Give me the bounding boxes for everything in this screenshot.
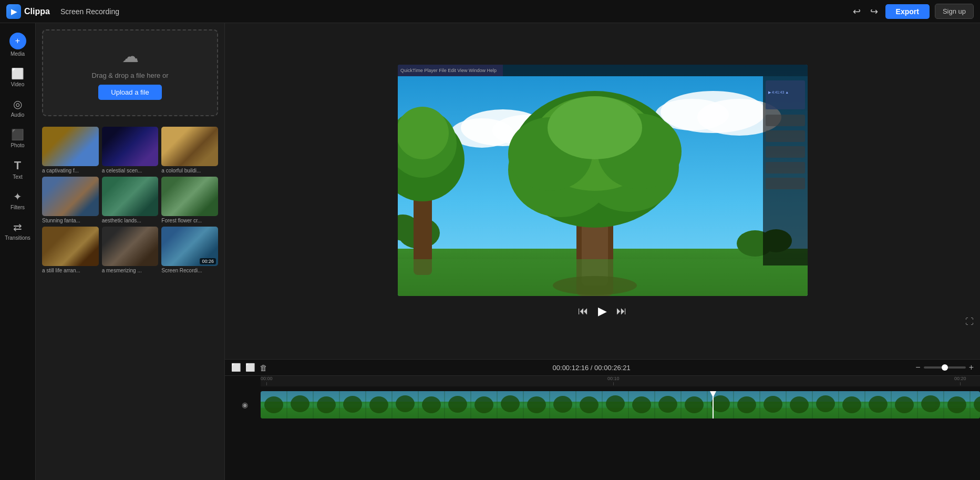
svg-point-56 [606, 395, 625, 412]
upload-cloud-icon: ☁ [122, 46, 139, 66]
export-button[interactable]: Export [885, 4, 930, 19]
svg-point-59 [685, 396, 704, 413]
timeline-copy-button[interactable]: ⬜ [245, 363, 255, 372]
svg-point-58 [658, 396, 677, 413]
preview-canvas: QuickTime Player File Edit View Window H… [398, 65, 808, 296]
sidebar-item-audio[interactable]: ◎ Audio [3, 94, 33, 122]
svg-point-46 [343, 396, 362, 413]
svg-rect-37 [766, 146, 805, 158]
logo-area: ▶ Clippa [6, 4, 50, 19]
timeline-track: ◉ [225, 386, 980, 423]
svg-rect-33 [766, 80, 805, 109]
list-item[interactable]: Stunning fanta... [42, 177, 99, 223]
svg-text:QuickTime Player  File  Edit  : QuickTime Player File Edit View Window H… [400, 68, 497, 73]
skip-forward-button[interactable]: ⏭ [616, 305, 627, 317]
sidebar-item-media-label: Media [11, 51, 25, 57]
timeline-delete-button[interactable]: 🗑 [260, 363, 267, 372]
svg-point-57 [632, 396, 651, 413]
timeline-zoom-controls: − + [915, 363, 974, 372]
svg-point-49 [422, 396, 441, 413]
undo-button[interactable]: ↩ [851, 4, 863, 19]
media-plus-icon: + [9, 33, 26, 49]
filters-icon: ✦ [13, 190, 22, 203]
sidebar-item-video[interactable]: ⬜ Video [3, 63, 33, 91]
sidebar-item-filters[interactable]: ✦ Filters [3, 186, 33, 215]
media-item-label: a captivating f... [42, 168, 99, 173]
top-bar: ▶ Clippa Screen Recording ↩ ↪ Export Sig… [0, 0, 980, 23]
media-item-label: a colorful buildi... [161, 168, 218, 173]
sidebar-item-transitions[interactable]: ⇄ Transitions [3, 217, 33, 245]
svg-text:▶ 4:41:43 ▲: ▶ 4:41:43 ▲ [768, 90, 789, 94]
list-item[interactable]: a celestial scen... [102, 127, 159, 173]
svg-point-69 [947, 396, 966, 413]
list-item[interactable]: a still life arran... [42, 227, 99, 273]
timeline-split-button[interactable]: ⬜ [231, 363, 241, 372]
svg-point-44 [291, 395, 310, 412]
svg-point-68 [921, 395, 940, 412]
svg-point-67 [895, 396, 914, 413]
media-panel: ☁ Drag & drop a file here or Upload a fi… [36, 23, 225, 480]
redo-button[interactable]: ↪ [868, 4, 880, 19]
track-eye-icon[interactable]: ◉ [242, 401, 248, 409]
signup-button[interactable]: Sign up [935, 4, 974, 19]
list-item[interactable]: a colorful buildi... [161, 127, 218, 173]
sidebar-item-text-label: Text [13, 174, 22, 180]
sidebar-item-photo[interactable]: ⬛ Photo [3, 124, 33, 152]
media-thumbnail [42, 177, 99, 216]
svg-rect-28 [398, 259, 808, 296]
sidebar-item-text[interactable]: T Text [3, 155, 33, 184]
timeline-tools: ⬜ ⬜ 🗑 [231, 363, 267, 372]
play-button[interactable]: ▶ [598, 304, 607, 318]
media-thumbnail [102, 177, 159, 216]
media-thumbnail [161, 127, 218, 166]
media-thumbnail [102, 227, 159, 266]
svg-point-50 [448, 396, 467, 413]
sidebar-item-video-label: Video [11, 81, 24, 87]
text-icon: T [14, 159, 21, 172]
icon-sidebar: + Media ⬜ Video ◎ Audio ⬛ Photo T Text ✦… [0, 23, 36, 480]
list-item[interactable]: a mesmerizing ... [102, 227, 159, 273]
svg-rect-35 [766, 115, 805, 126]
svg-point-52 [501, 395, 520, 412]
svg-point-27 [398, 107, 449, 159]
zoom-in-button[interactable]: + [969, 363, 974, 372]
duration-badge: 00:26 [200, 258, 216, 264]
upload-button[interactable]: Upload a file [98, 85, 161, 100]
ruler-label: 00:00 [261, 376, 273, 381]
svg-point-64 [816, 395, 835, 412]
svg-rect-36 [766, 130, 805, 142]
svg-point-53 [527, 396, 546, 413]
fullscreen-button[interactable]: ⛶ [965, 317, 974, 326]
timeline-timecode: 00:00:12:16 / 00:00:26:21 [273, 364, 910, 372]
zoom-out-button[interactable]: − [915, 363, 920, 372]
video-strip [261, 391, 980, 418]
ruler-tick: 00:10 [607, 376, 620, 385]
app-logo-icon: ▶ [6, 4, 21, 19]
list-item[interactable]: Forest flower cr... [161, 177, 218, 223]
audio-icon: ◎ [13, 98, 22, 110]
sidebar-item-transitions-label: Transitions [5, 235, 30, 241]
transitions-icon: ⇄ [13, 221, 22, 233]
list-item[interactable]: 00:26 Screen Recordi... [161, 227, 218, 273]
svg-point-45 [317, 396, 336, 413]
video-icon: ⬜ [11, 67, 24, 80]
svg-point-48 [396, 395, 415, 412]
upload-area: ☁ Drag & drop a file here or Upload a fi… [42, 29, 218, 116]
svg-point-66 [869, 396, 888, 413]
media-thumbnail [161, 177, 218, 216]
zoom-slider[interactable] [924, 366, 966, 369]
preview-controls: ⏮ ▶ ⏭ [578, 304, 627, 318]
sidebar-item-media[interactable]: + Media [3, 28, 33, 61]
list-item[interactable]: aesthetic lands... [102, 177, 159, 223]
ruler-tick: 00:00 [261, 376, 273, 385]
svg-point-23 [548, 96, 642, 159]
ruler-tick: 00:20 [954, 376, 966, 385]
project-title: Screen Recording [60, 7, 119, 16]
list-item[interactable]: a captivating f... [42, 127, 99, 173]
media-item-label: aesthetic lands... [102, 218, 159, 223]
ruler-label: 00:10 [607, 376, 620, 381]
media-thumbnail: 00:26 [161, 227, 218, 266]
media-grid: a captivating f... a celestial scen... a… [36, 122, 224, 278]
sidebar-item-filters-label: Filters [11, 205, 25, 210]
skip-back-button[interactable]: ⏮ [578, 305, 589, 317]
